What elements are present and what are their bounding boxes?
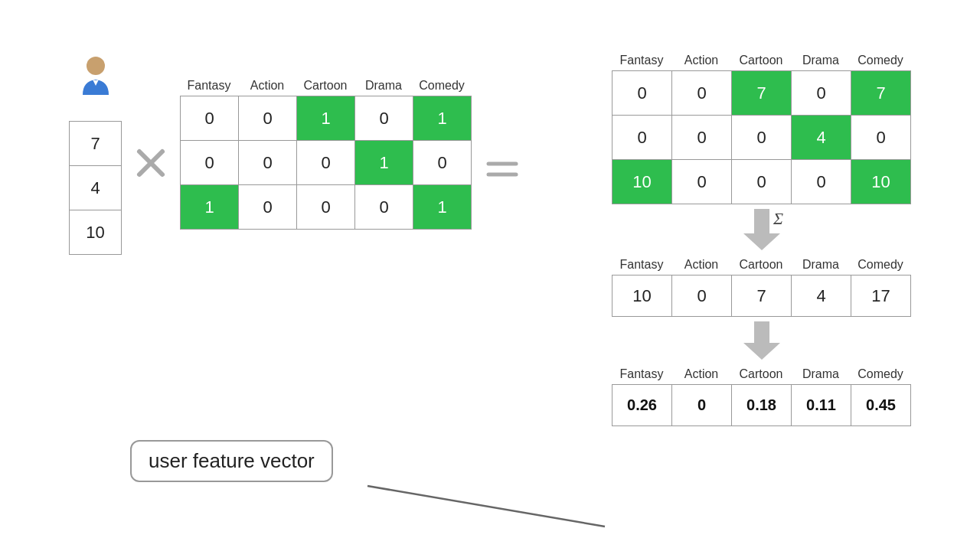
user-feature-vector-label: user feature vector — [130, 440, 333, 482]
rating-vector: 7410 — [69, 121, 122, 255]
sum-arrow-svg: Σ — [731, 209, 792, 250]
result-matrix-cell: 7 — [732, 71, 792, 116]
sum-cell: 4 — [792, 276, 851, 317]
norm-header-cell: Comedy — [851, 367, 910, 384]
genre-headers: FantasyActionCartoonDramaComedy — [180, 79, 471, 96]
genre-header-cell: Fantasy — [180, 79, 238, 96]
sum-header-cell: Cartoon — [731, 258, 791, 275]
norm-cell: 0.18 — [732, 385, 792, 426]
genre-matrix-cell: 0 — [181, 141, 239, 185]
right-section: FantasyActionCartoonDramaComedy 00707000… — [612, 54, 911, 426]
sum-row: 1007417 — [612, 276, 911, 317]
sum-header-cell: Drama — [791, 258, 851, 275]
norm-row: 0.2600.180.110.45 — [612, 385, 911, 426]
genre-matrix-cell: 0 — [355, 185, 413, 230]
sum-cell: 0 — [672, 276, 732, 317]
result-matrix-wrap: FantasyActionCartoonDramaComedy 00707000… — [612, 54, 911, 204]
result-matrix-cell: 0 — [792, 160, 851, 204]
genre-header-cell: Drama — [354, 79, 413, 96]
sum-row-table: 1007417 — [612, 275, 911, 317]
result-matrix-cell: 0 — [851, 116, 911, 160]
result-header-cell: Cartoon — [731, 54, 791, 70]
genre-matrix-cell: 0 — [239, 185, 297, 230]
genre-header-cell: Cartoon — [296, 79, 354, 96]
result-matrix-cell: 0 — [672, 116, 732, 160]
normalize-arrow — [731, 321, 792, 360]
result-matrix-cell: 7 — [851, 71, 911, 116]
result-matrix-cell: 10 — [612, 160, 672, 204]
rating-cell: 4 — [70, 166, 122, 210]
result-header-cell: Action — [671, 54, 731, 70]
genre-matrix-cell: 1 — [413, 185, 472, 230]
rating-cell: 10 — [70, 210, 122, 255]
genre-matrix-cell: 1 — [413, 96, 472, 141]
genre-matrix-cell: 0 — [181, 96, 239, 141]
norm-cell: 0.11 — [792, 385, 851, 426]
result-matrix: 00707000401000010 — [612, 70, 911, 204]
genre-matrix-cell: 0 — [239, 141, 297, 185]
norm-row-wrap: FantasyActionCartoonDramaComedy 0.2600.1… — [612, 367, 911, 426]
multiply-symbol — [136, 148, 166, 184]
user-avatar: 7410 — [69, 54, 122, 255]
result-matrix-cell: 4 — [792, 116, 851, 160]
result-matrix-cell: 0 — [612, 116, 672, 160]
sum-cell: 17 — [851, 276, 911, 317]
norm-cell: 0 — [672, 385, 732, 426]
norm-row-table: 0.2600.180.110.45 — [612, 384, 911, 426]
main-container: 7410 FantasyActionCartoonDramaComedy 001… — [0, 0, 980, 551]
sum-header-cell: Comedy — [851, 258, 910, 275]
genre-matrix-cell: 0 — [297, 141, 355, 185]
svg-marker-7 — [743, 321, 780, 360]
norm-cell: 0.26 — [612, 385, 672, 426]
genre-matrix: 001010001010001 — [180, 96, 472, 230]
sum-arrow: Σ — [731, 209, 792, 250]
genre-matrix-cell: 1 — [181, 185, 239, 230]
sum-cell: 10 — [612, 276, 672, 317]
genre-matrix-cell: 1 — [297, 96, 355, 141]
result-matrix-cell: 10 — [851, 160, 911, 204]
result-matrix-cell: 0 — [672, 160, 732, 204]
normalize-arrow-svg — [731, 321, 792, 360]
norm-cell: 0.45 — [851, 385, 911, 426]
rating-cell: 7 — [70, 122, 122, 166]
result-matrix-cell: 0 — [612, 71, 672, 116]
norm-header-cell: Cartoon — [731, 367, 791, 384]
genre-matrix-wrap: FantasyActionCartoonDramaComedy 00101000… — [180, 79, 472, 230]
sum-header-cell: Action — [671, 258, 731, 275]
result-matrix-cell: 0 — [672, 71, 732, 116]
result-matrix-cell: 0 — [792, 71, 851, 116]
norm-header-cell: Fantasy — [612, 367, 671, 384]
sum-cell: 7 — [732, 276, 792, 317]
genre-matrix-cell: 0 — [413, 141, 472, 185]
genre-header-cell: Comedy — [413, 79, 471, 96]
result-header-cell: Fantasy — [612, 54, 671, 70]
avatar-icon — [75, 54, 116, 95]
genre-matrix-cell: 0 — [297, 185, 355, 230]
result-header-cell: Comedy — [851, 54, 910, 70]
norm-header-cell: Action — [671, 367, 731, 384]
norm-header-cell: Drama — [791, 367, 851, 384]
genre-matrix-cell: 1 — [355, 141, 413, 185]
svg-text:Σ: Σ — [773, 209, 783, 228]
sum-row-wrap: FantasyActionCartoonDramaComedy 1007417 — [612, 258, 911, 317]
equals-symbol — [485, 156, 519, 187]
sum-headers: FantasyActionCartoonDramaComedy — [612, 258, 910, 275]
content-area: 7410 FantasyActionCartoonDramaComedy 001… — [69, 23, 911, 528]
genre-matrix-cell: 0 — [355, 96, 413, 141]
result-matrix-cell: 0 — [732, 116, 792, 160]
result-matrix-cell: 0 — [732, 160, 792, 204]
genre-matrix-cell: 0 — [239, 96, 297, 141]
svg-line-8 — [368, 486, 605, 527]
norm-headers: FantasyActionCartoonDramaComedy — [612, 367, 910, 384]
svg-point-0 — [87, 57, 105, 75]
genre-header-cell: Action — [238, 79, 296, 96]
result-header-cell: Drama — [791, 54, 851, 70]
sum-header-cell: Fantasy — [612, 258, 671, 275]
left-section: 7410 FantasyActionCartoonDramaComedy 001… — [69, 54, 519, 255]
result-headers: FantasyActionCartoonDramaComedy — [612, 54, 910, 70]
